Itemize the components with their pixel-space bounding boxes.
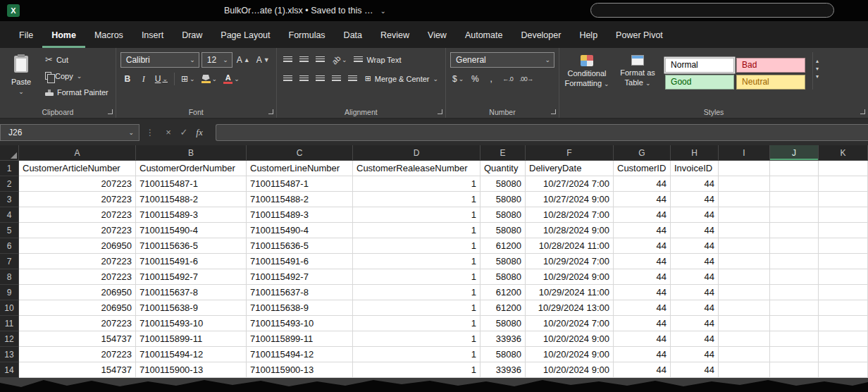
- cell-A13[interactable]: 207223: [19, 347, 136, 362]
- cell-A7[interactable]: 207223: [19, 254, 136, 269]
- cell-C12[interactable]: 7100115899-11: [247, 331, 353, 347]
- tab-help[interactable]: Help: [570, 24, 607, 48]
- cell-B6[interactable]: 7100115636-5: [136, 238, 247, 254]
- cell-C8[interactable]: 7100115492-7: [247, 269, 353, 285]
- cell-F1[interactable]: DeliveryDate: [526, 161, 614, 176]
- cell-J3[interactable]: [770, 192, 819, 207]
- cell-D8[interactable]: 1: [353, 269, 480, 285]
- column-header-H[interactable]: H: [671, 145, 719, 161]
- cell-J7[interactable]: [770, 254, 819, 269]
- row-header-2[interactable]: 2: [0, 176, 19, 192]
- cell-A9[interactable]: 206950: [19, 285, 136, 300]
- column-header-G[interactable]: G: [614, 145, 671, 161]
- cell-K2[interactable]: [819, 176, 868, 192]
- cell-A8[interactable]: 207223: [19, 269, 136, 285]
- cell-C7[interactable]: 7100115491-6: [247, 254, 353, 269]
- cell-B10[interactable]: 7100115638-9: [136, 300, 247, 316]
- cell-F6[interactable]: 10/28/2024 11:00: [526, 238, 614, 254]
- cell-J4[interactable]: [770, 207, 819, 223]
- copy-button[interactable]: Copy ⌄: [42, 68, 111, 83]
- cell-F8[interactable]: 10/29/2024 9:00: [526, 269, 614, 285]
- orientation-button[interactable]: ab ⌄: [330, 53, 349, 67]
- cell-B14[interactable]: 7100115900-13: [136, 362, 247, 378]
- cell-I11[interactable]: [719, 316, 770, 331]
- cell-A2[interactable]: 207223: [19, 176, 136, 192]
- cell-E2[interactable]: 58080: [480, 176, 526, 192]
- cell-H12[interactable]: 44: [671, 331, 719, 347]
- cell-I9[interactable]: [719, 285, 770, 300]
- cell-E4[interactable]: 58080: [480, 207, 526, 223]
- cell-K3[interactable]: [819, 192, 868, 207]
- row-header-11[interactable]: 11: [0, 316, 19, 331]
- cell-H9[interactable]: 44: [671, 285, 719, 300]
- row-header-3[interactable]: 3: [0, 192, 19, 207]
- cell-K9[interactable]: [819, 285, 868, 300]
- cell-F14[interactable]: 10/20/2024 9:00: [526, 362, 614, 378]
- cell-J6[interactable]: [770, 238, 819, 254]
- cut-button[interactable]: ✂ Cut: [42, 52, 111, 67]
- excel-app-icon[interactable]: X: [7, 4, 20, 17]
- tab-power-pivot[interactable]: Power Pivot: [607, 24, 672, 48]
- gallery-up-icon[interactable]: ▴: [816, 58, 819, 64]
- tab-draw[interactable]: Draw: [173, 24, 211, 48]
- paste-button[interactable]: Paste ⌄: [4, 52, 38, 100]
- row-header-4[interactable]: 4: [0, 207, 19, 223]
- cell-K6[interactable]: [819, 238, 868, 254]
- cell-J11[interactable]: [770, 316, 819, 331]
- cell-H11[interactable]: 44: [671, 316, 719, 331]
- cell-I12[interactable]: [719, 331, 770, 347]
- align-right-button[interactable]: [314, 72, 328, 86]
- number-dialog-launcher-icon[interactable]: [551, 109, 556, 114]
- cell-B9[interactable]: 7100115637-8: [136, 285, 247, 300]
- cell-H6[interactable]: 44: [671, 238, 719, 254]
- cell-D4[interactable]: 1: [353, 207, 480, 223]
- cell-B13[interactable]: 7100115494-12: [136, 347, 247, 362]
- cell-C9[interactable]: 7100115637-8: [247, 285, 353, 300]
- cell-D3[interactable]: 1: [353, 192, 480, 207]
- bold-button[interactable]: B: [120, 72, 135, 86]
- cell-F10[interactable]: 10/29/2024 13:00: [526, 300, 614, 316]
- cell-H8[interactable]: 44: [671, 269, 719, 285]
- format-painter-button[interactable]: Format Painter: [42, 85, 111, 99]
- cell-B8[interactable]: 7100115492-7: [136, 269, 247, 285]
- top-align-button[interactable]: [281, 53, 295, 67]
- cell-F12[interactable]: 10/20/2024 9:00: [526, 331, 614, 347]
- cell-K11[interactable]: [819, 316, 868, 331]
- cell-I14[interactable]: [719, 362, 770, 378]
- cell-A6[interactable]: 206950: [19, 238, 136, 254]
- cell-C14[interactable]: 7100115900-13: [247, 362, 353, 378]
- cell-style-good[interactable]: Good: [665, 75, 734, 90]
- cell-E12[interactable]: 33936: [480, 331, 526, 347]
- align-center-button[interactable]: [297, 72, 311, 86]
- tab-formulas[interactable]: Formulas: [280, 24, 335, 48]
- cell-C13[interactable]: 7100115494-12: [247, 347, 353, 362]
- cell-B12[interactable]: 7100115899-11: [136, 331, 247, 347]
- font-name-select[interactable]: Calibri ⌄: [120, 52, 199, 68]
- cell-F7[interactable]: 10/29/2024 7:00: [526, 254, 614, 269]
- cell-H5[interactable]: 44: [671, 223, 719, 238]
- cell-C10[interactable]: 7100115638-9: [247, 300, 353, 316]
- cell-K10[interactable]: [819, 300, 868, 316]
- row-header-12[interactable]: 12: [0, 331, 19, 347]
- cell-I3[interactable]: [719, 192, 770, 207]
- borders-button[interactable]: ⊞ ⌄: [179, 72, 197, 86]
- cell-E6[interactable]: 61200: [480, 238, 526, 254]
- cell-D1[interactable]: CustomerRealeaseNumber: [353, 161, 480, 176]
- cell-C1[interactable]: CustomerLineNumber: [247, 161, 353, 176]
- tab-view[interactable]: View: [418, 24, 456, 48]
- cell-I4[interactable]: [719, 207, 770, 223]
- cell-K7[interactable]: [819, 254, 868, 269]
- tab-automate[interactable]: Automate: [456, 24, 512, 48]
- cell-H1[interactable]: InvoiceID: [671, 161, 719, 176]
- cell-H13[interactable]: 44: [671, 347, 719, 362]
- cell-F3[interactable]: 10/27/2024 9:00: [526, 192, 614, 207]
- styles-dialog-launcher-icon[interactable]: [860, 109, 865, 114]
- cell-E5[interactable]: 58080: [480, 223, 526, 238]
- percent-style-button[interactable]: %: [468, 72, 482, 86]
- column-header-D[interactable]: D: [353, 145, 480, 161]
- cell-A11[interactable]: 207223: [19, 316, 136, 331]
- decrease-indent-button[interactable]: [330, 72, 344, 86]
- column-header-K[interactable]: K: [819, 145, 868, 161]
- underline-button[interactable]: U ⌄: [153, 72, 170, 86]
- column-header-E[interactable]: E: [480, 145, 526, 161]
